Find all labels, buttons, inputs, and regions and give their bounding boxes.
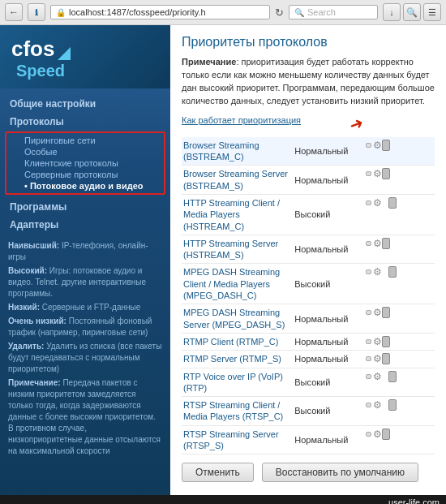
slider-track[interactable] <box>366 403 371 407</box>
table-row: HTTP Streaming Client / Media Players (H… <box>182 194 435 235</box>
slider-track[interactable] <box>366 432 371 437</box>
adapters-section[interactable]: Адаптеры <box>0 216 170 234</box>
button-row: Отменить Восстановить по умолчанию <box>182 454 435 485</box>
protocol-name: RTMP Server (RTMP_S) <box>182 351 293 368</box>
how-prioritization-link[interactable]: Как работает приоритизация <box>182 115 301 125</box>
sidebar-item-p2p[interactable]: Пиринговые сети <box>6 135 164 146</box>
slider-thumb[interactable] <box>388 371 397 382</box>
download-button[interactable]: ↓ <box>383 3 401 21</box>
gear-icon[interactable]: ⚙ <box>373 429 382 440</box>
table-row: RTMP Client (RTMP_C) Нормальный ⚙ <box>182 333 435 350</box>
logo-speed: Speed <box>16 62 65 80</box>
gear-icon[interactable]: ⚙ <box>373 336 382 347</box>
search-box[interactable]: 🔍 Search <box>289 5 378 19</box>
protocol-slider-cell: ⚙ <box>364 195 384 211</box>
slider-thumb[interactable] <box>382 307 390 318</box>
slider-thumb[interactable] <box>382 140 390 151</box>
gear-icon[interactable]: ⚙ <box>373 399 382 411</box>
slider-track[interactable] <box>366 356 371 361</box>
gear-icon[interactable]: ⚙ <box>373 197 382 209</box>
logo-triangle <box>58 47 71 60</box>
info-button[interactable]: ℹ <box>28 3 45 21</box>
protocol-slider-cell: ⚙ <box>364 397 384 413</box>
sidebar-info: Наивысший: IP-телефония, онлайн-игры Выс… <box>0 234 170 463</box>
protocol-priority: Нормальный <box>293 137 363 166</box>
priority-note-text: Передача пакетов с низким приоритетом за… <box>8 378 161 455</box>
sidebar-item-server-proto[interactable]: Серверные протоколы <box>6 169 164 180</box>
table-row: Browser Streaming Server (BSTREAM_S) Нор… <box>182 166 435 195</box>
table-row: RTSP Streaming Server (RTSP_S) Нормальны… <box>182 425 435 454</box>
slider-thumb[interactable] <box>382 238 390 249</box>
protocol-slider-cell: ⚙ <box>364 334 384 350</box>
logo-cfos: cfos <box>11 37 54 61</box>
slider-thumb[interactable] <box>388 266 397 278</box>
address-text: localhost:1487/cfosspeed/priority.h <box>69 7 206 17</box>
protocol-priority: Нормальный <box>293 235 363 264</box>
search-icon: 🔍 <box>294 8 304 17</box>
cancel-button[interactable]: Отменить <box>182 463 254 482</box>
gear-icon[interactable]: ⚙ <box>373 266 382 278</box>
priority-low-text: Серверные и FTP-данные <box>42 303 141 312</box>
protocols-group: Пиринговые сети Особые Клиентские проток… <box>5 131 165 195</box>
gear-icon[interactable]: ⚙ <box>373 140 382 151</box>
slider-track[interactable] <box>366 143 371 148</box>
slider-track[interactable] <box>366 241 371 246</box>
slider-thumb[interactable] <box>382 168 390 179</box>
priority-high-label: Высокий: <box>8 266 47 275</box>
restore-button[interactable]: Восстановить по умолчанию <box>262 463 418 482</box>
slider-track[interactable] <box>366 339 371 344</box>
logo-area: cfos Speed <box>0 25 170 88</box>
zoom-button[interactable]: 🔍 <box>403 3 421 21</box>
protocol-priority: Нормальный <box>293 425 363 454</box>
gear-icon[interactable]: ⚙ <box>373 307 382 318</box>
sidebar-item-streaming[interactable]: Потоковое аудио и видео <box>6 180 164 192</box>
menu-button[interactable]: ☰ <box>423 3 441 21</box>
protocol-priority: Высокий <box>293 397 363 426</box>
protocol-name: MPEG DASH Streaming Server (MPEG_DASH_S) <box>182 304 293 334</box>
gear-icon[interactable]: ⚙ <box>373 353 382 364</box>
note-box: Примечание: приоритизация будет работать… <box>182 56 435 108</box>
table-row: Browser Streaming (BSTREAM_C) Нормальный… <box>182 137 435 166</box>
slider-track[interactable] <box>366 310 371 315</box>
back-button[interactable]: ← <box>5 3 23 21</box>
slider-thumb[interactable] <box>382 429 390 440</box>
protocol-priority: Высокий <box>293 194 363 235</box>
general-settings-link[interactable]: Общие настройки <box>0 95 170 113</box>
protocol-priority: Нормальный <box>293 333 363 350</box>
address-bar: 🔒 localhost:1487/cfosspeed/priority.h <box>50 5 270 19</box>
sidebar-item-special[interactable]: Особые <box>6 146 164 157</box>
table-row: RTSP Streaming Client / Media Players (R… <box>182 397 435 426</box>
protocol-slider-cell: ⚙ <box>364 351 384 367</box>
slider-track[interactable] <box>366 269 371 274</box>
protocol-table: Browser Streaming (BSTREAM_C) Нормальный… <box>182 137 435 455</box>
table-row: MPEG DASH Streaming Server (MPEG_DASH_S)… <box>182 304 435 334</box>
slider-thumb[interactable] <box>388 399 397 411</box>
footer-text: user-life.com <box>388 498 440 504</box>
browser-toolbar: ← ℹ 🔒 localhost:1487/cfosspeed/priority.… <box>0 0 446 25</box>
protocol-priority: Нормальный <box>293 351 363 368</box>
protocol-priority: Высокий <box>293 264 363 304</box>
table-row: RTP Voice over IP (VoIP) (RTP) Высокий ⚙ <box>182 368 435 397</box>
slider-track[interactable] <box>366 374 371 379</box>
protocol-priority: Нормальный <box>293 304 363 334</box>
sidebar: cfos Speed Общие настройки Протоколы Пир… <box>0 25 170 495</box>
slider-thumb[interactable] <box>382 336 390 347</box>
table-row: RTMP Server (RTMP_S) Нормальный ⚙ <box>182 351 435 368</box>
protocol-slider-cell: ⚙ <box>364 264 384 280</box>
slider-track[interactable] <box>366 171 371 176</box>
slider-thumb[interactable] <box>388 197 397 209</box>
protocol-name: RTSP Streaming Client / Media Players (R… <box>182 397 293 426</box>
footer: user-life.com <box>0 495 446 504</box>
refresh-button[interactable]: ↻ <box>275 6 284 19</box>
sidebar-item-client-proto[interactable]: Клиентские протоколы <box>6 157 164 169</box>
slider-track[interactable] <box>366 200 371 205</box>
protocol-name: RTMP Client (RTMP_C) <box>182 333 293 350</box>
gear-icon[interactable]: ⚙ <box>373 371 382 382</box>
programs-section[interactable]: Программы <box>0 198 170 216</box>
slider-thumb[interactable] <box>382 353 390 364</box>
gear-icon[interactable]: ⚙ <box>373 168 382 179</box>
gear-icon[interactable]: ⚙ <box>373 238 382 249</box>
toolbar-icons: ↓ 🔍 ☰ <box>383 3 441 21</box>
protocol-name: RTSP Streaming Server (RTSP_S) <box>182 425 293 454</box>
arrow-indicator: ➜ <box>346 113 366 136</box>
